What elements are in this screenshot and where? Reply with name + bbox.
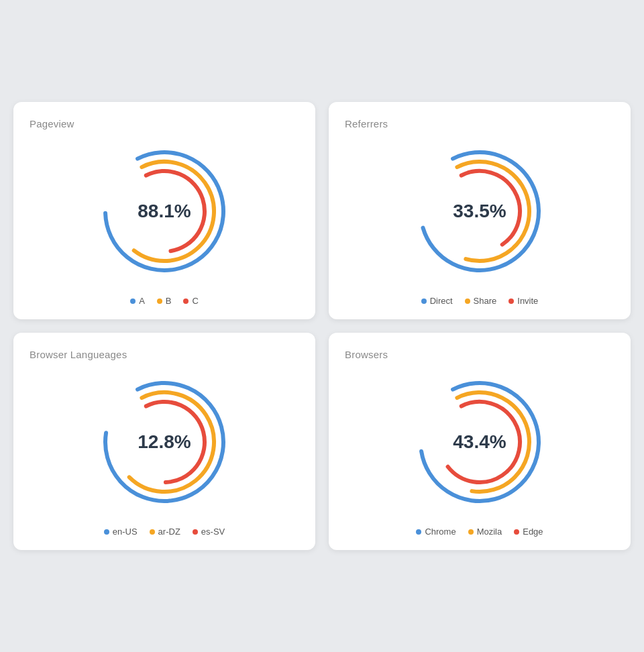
donut-chart: 33.5%: [413, 144, 547, 278]
legend-label: ar-DZ: [158, 527, 180, 537]
legend-label: en-US: [113, 527, 138, 537]
card-referrers: Referrers33.5%DirectShareInvite: [329, 102, 631, 319]
chart-area: 33.5%DirectShareInvite: [345, 138, 614, 306]
legend-dot: [465, 298, 470, 304]
chart-legend: en-USar-DZes-SV: [30, 527, 299, 537]
card-title: Pageview: [30, 118, 74, 129]
legend-dot: [514, 529, 519, 535]
legend-item: en-US: [104, 527, 138, 537]
legend-label: B: [166, 296, 172, 306]
legend-dot: [193, 529, 198, 535]
donut-chart: 43.4%: [413, 375, 547, 509]
legend-item: Chrome: [416, 527, 455, 537]
legend-dot: [104, 529, 109, 535]
legend-dot: [468, 529, 474, 535]
legend-item: Direct: [421, 296, 453, 306]
legend-item: Invite: [508, 296, 538, 306]
legend-item: B: [157, 296, 172, 306]
donut-chart: 12.8%: [97, 375, 231, 509]
legend-dot: [157, 298, 162, 304]
legend-item: Edge: [514, 527, 543, 537]
card-browsers: Browsers43.4%ChromeMozilaEdge: [329, 333, 631, 550]
legend-label: A: [139, 296, 145, 306]
legend-label: Edge: [523, 527, 543, 537]
legend-item: Mozila: [468, 527, 502, 537]
legend-item: A: [130, 296, 145, 306]
legend-item: Share: [465, 296, 497, 306]
card-title: Browsers: [345, 349, 388, 360]
chart-area: 88.1%ABC: [30, 138, 299, 306]
donut-value: 33.5%: [453, 201, 506, 222]
legend-label: Chrome: [425, 527, 455, 537]
legend-dot: [421, 298, 427, 304]
legend-item: C: [183, 296, 198, 306]
legend-item: ar-DZ: [150, 527, 180, 537]
legend-label: Mozila: [477, 527, 502, 537]
donut-value: 43.4%: [453, 431, 506, 453]
legend-label: Share: [474, 296, 497, 306]
legend-item: es-SV: [193, 527, 225, 537]
dashboard-grid: Pageview88.1%ABCReferrers33.5%DirectShar…: [0, 89, 644, 563]
card-title: Browser Langueages: [30, 349, 127, 360]
chart-legend: DirectShareInvite: [345, 296, 614, 306]
legend-dot: [150, 529, 155, 535]
chart-area: 12.8%en-USar-DZes-SV: [30, 368, 299, 537]
legend-dot: [130, 298, 136, 304]
chart-legend: ChromeMozilaEdge: [345, 527, 614, 537]
chart-legend: ABC: [30, 296, 299, 306]
donut-chart: 88.1%: [97, 144, 231, 278]
donut-value: 88.1%: [138, 201, 191, 222]
legend-dot: [183, 298, 189, 304]
legend-dot: [416, 529, 421, 535]
chart-area: 43.4%ChromeMozilaEdge: [345, 368, 614, 537]
legend-label: C: [192, 296, 198, 306]
legend-dot: [508, 298, 514, 304]
legend-label: es-SV: [201, 527, 225, 537]
legend-label: Invite: [517, 296, 538, 306]
card-title: Referrers: [345, 118, 388, 129]
legend-label: Direct: [430, 296, 453, 306]
card-browser-languages: Browser Langueages12.8%en-USar-DZes-SV: [13, 333, 315, 550]
card-pageview: Pageview88.1%ABC: [13, 102, 315, 319]
donut-value: 12.8%: [138, 431, 191, 453]
